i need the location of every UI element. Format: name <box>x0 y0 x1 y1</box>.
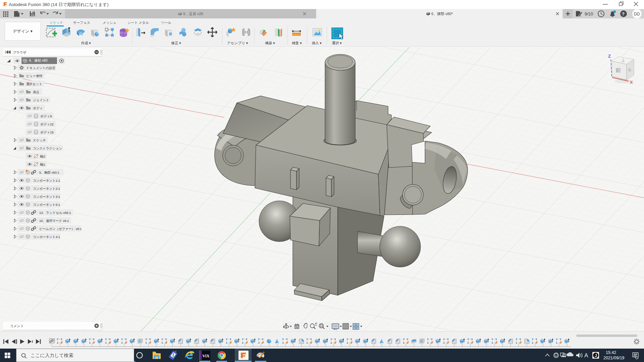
svg-text:13、ランドセル v55:1: 13、ランドセル v55:1 <box>39 211 71 215</box>
svg-text:ブラウザ: ブラウザ <box>13 51 26 54</box>
svg-text:ViX: ViX <box>202 353 210 358</box>
svg-text:2021/09/19: 2021/09/19 <box>603 356 625 360</box>
svg-text:ドキュメントの設定: ドキュメントの設定 <box>26 66 56 70</box>
svg-text:ボディ22: ボディ22 <box>40 122 54 126</box>
svg-text:ボディ15: ボディ15 <box>40 130 54 134</box>
svg-text:コンストラクション: コンストラクション <box>33 146 62 150</box>
svg-text:軸2: 軸2 <box>40 155 45 158</box>
svg-text:軸1: 軸1 <box>40 163 45 166</box>
svg-text:X: X <box>630 80 633 85</box>
svg-text:15:42: 15:42 <box>606 350 616 355</box>
svg-text:コンポーネント3:1: コンポーネント3:1 <box>33 195 60 198</box>
svg-text:スケッチ: スケッチ <box>33 138 46 142</box>
svg-text:コンポーネント2:1: コンポーネント2:1 <box>33 187 60 190</box>
svg-text:ビュー管理: ビュー管理 <box>26 74 42 78</box>
svg-text:ジョイント: ジョイント <box>33 98 49 102</box>
svg-text:コンポーネント1:1: コンポーネント1:1 <box>33 179 60 182</box>
svg-text:コンポーネント4:1: コンポーネント4:1 <box>33 235 60 239</box>
svg-text:ボディ: ボディ <box>33 106 43 110</box>
svg-text:コンポーネント5:1: コンポーネント5:1 <box>33 203 60 206</box>
svg-text:原点: 原点 <box>33 90 39 94</box>
svg-text:前: 前 <box>615 67 621 73</box>
svg-text:10、連邦マーク v6:1: 10、連邦マーク v6:1 <box>39 219 69 223</box>
svg-text:J: J <box>595 353 597 358</box>
svg-text:選択セット: 選択セット <box>26 82 42 86</box>
svg-text:5、胸部 v50:1: 5、胸部 v50:1 <box>39 171 59 174</box>
svg-text:ビームガン（ゼファー） v8:1: ビームガン（ゼファー） v8:1 <box>39 227 82 231</box>
svg-text:右: 右 <box>628 68 632 72</box>
svg-text:A: A <box>584 352 588 359</box>
svg-text:DD: DD <box>634 12 640 16</box>
svg-text:ボディ9: ボディ9 <box>40 114 52 118</box>
svg-text:Z: Z <box>608 54 611 59</box>
svg-text:9/10: 9/10 <box>585 11 593 16</box>
svg-text:?: ? <box>622 11 625 16</box>
svg-text:コメント: コメント <box>10 324 24 328</box>
svg-text:上: 上 <box>621 58 625 62</box>
